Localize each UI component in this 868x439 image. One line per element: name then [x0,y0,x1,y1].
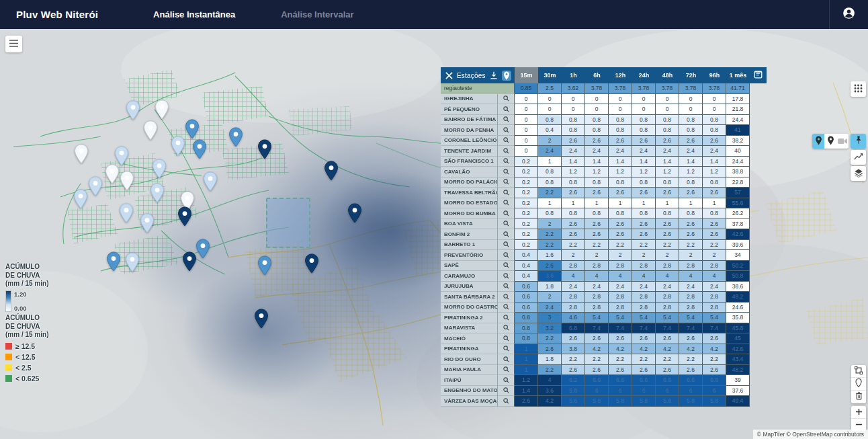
value-cell: 2.6 [632,365,656,376]
column-header-72h[interactable]: 72h [679,67,703,83]
map-pin[interactable] [140,213,155,233]
map-pin[interactable] [254,309,269,329]
station-zoom-button[interactable] [498,282,515,292]
station-zoom-button[interactable] [498,177,515,188]
station-zoom-button[interactable] [498,375,515,386]
table-title: Estações [457,72,486,79]
column-header-24h[interactable]: 24h [632,67,656,83]
column-header-30m[interactable]: 30m [538,67,562,83]
station-zoom-button[interactable] [498,104,515,115]
pin-table-button[interactable] [851,134,866,149]
map-pin[interactable] [152,159,167,179]
station-zoom-button[interactable] [498,208,515,219]
value-cell: 0.8 [679,208,703,219]
station-zoom-button[interactable] [498,240,515,251]
column-header-6h[interactable]: 6h [585,67,609,83]
value-cell: 21.8 [726,104,750,115]
value-cell: 2.6 [585,136,609,147]
download-icon[interactable] [490,71,498,79]
user-menu[interactable] [829,0,868,29]
map-pin[interactable] [304,253,319,274]
tab-analise-intervalar[interactable]: Análise Intervalar [281,9,353,19]
map-pin[interactable] [257,255,272,276]
column-header-12h[interactable]: 12h [609,67,632,83]
station-zoom-button[interactable] [498,333,515,344]
station-zoom-button[interactable] [498,219,515,230]
value-cell: 2.6 [656,136,679,147]
map-pin[interactable] [125,252,140,272]
station-zoom-button[interactable] [498,229,515,240]
show-pins-button[interactable] [812,134,824,149]
station-zoom-button[interactable] [498,157,515,167]
station-zoom-button[interactable] [498,250,515,261]
map-pin[interactable] [126,100,140,120]
map-pin[interactable] [324,161,339,181]
station-zoom-button[interactable] [498,136,515,147]
camera-mode-button[interactable] [836,134,849,149]
map-pin[interactable] [182,251,197,272]
value-cell: 2.6 [679,219,703,230]
map-pin[interactable] [177,206,192,227]
map-pin[interactable] [106,251,121,272]
map-pin[interactable] [196,239,210,259]
station-zoom-button[interactable] [498,167,515,177]
map-pin[interactable] [74,144,89,164]
map-pin[interactable] [105,164,120,184]
station-row: BAIRRO DE FÁTIMA00.80.80.80.80.80.80.80.… [441,115,767,126]
date-picker-button[interactable] [750,67,767,83]
apps-grid-button[interactable] [851,81,866,97]
map-pin[interactable] [119,203,134,223]
station-zoom-button[interactable] [498,125,515,136]
layers-button[interactable] [851,166,866,181]
map-pin[interactable] [185,119,200,139]
station-zoom-button[interactable] [498,271,515,282]
map-pin[interactable] [155,99,169,120]
column-header-1h[interactable]: 1h [562,67,585,83]
draw-polygon-button[interactable] [851,365,866,378]
close-table-button[interactable] [445,72,453,79]
station-zoom-button[interactable] [498,354,515,365]
column-header-96h[interactable]: 96h [703,67,726,83]
zoom-in-button[interactable] [851,406,866,419]
map-pin[interactable] [114,146,129,166]
value-cell: 50.8 [726,271,750,282]
chart-tool-button[interactable] [851,150,866,165]
map-pin[interactable] [347,203,362,223]
column-header-15m[interactable]: 15m [515,67,538,83]
map-pin[interactable] [171,136,185,156]
map-pin-view-toggle[interactable] [502,71,511,81]
draw-point-button[interactable] [851,378,866,391]
station-zoom-button[interactable] [498,365,515,376]
map-pin[interactable] [73,189,88,209]
station-zoom-button[interactable] [498,261,515,272]
region-selection-box[interactable] [266,198,310,248]
station-zoom-button[interactable] [498,94,515,105]
station-zoom-button[interactable] [498,344,515,355]
station-zoom-button[interactable] [498,146,515,157]
station-zoom-button[interactable] [498,323,515,334]
station-row: MARAVISTA0.83.26.87.47.47.47.47.47.445.8 [441,323,767,334]
station-zoom-button[interactable] [498,188,515,198]
map-pin[interactable] [228,127,243,147]
map-pin[interactable] [88,176,103,196]
column-header-48h[interactable]: 48h [656,67,679,83]
station-zoom-button[interactable] [498,303,515,313]
column-header-1 mês[interactable]: 1 mês [726,67,750,83]
map-canvas[interactable]: ACÚMULO DE CHUVA (mm / 15 min) 1.20 0.00… [0,29,868,439]
menu-button[interactable] [5,36,22,52]
tab-analise-instantanea[interactable]: Análise Instantânea [153,9,235,19]
station-zoom-button[interactable] [498,115,515,126]
station-zoom-button[interactable] [498,198,515,209]
map-pin[interactable] [203,171,218,192]
map-pin[interactable] [192,139,207,159]
station-zoom-button[interactable] [498,386,515,397]
map-pin[interactable] [120,171,134,191]
station-zoom-button[interactable] [498,313,515,323]
map-pin[interactable] [257,139,272,159]
pins-alt-button[interactable] [824,134,836,149]
station-zoom-button[interactable] [498,396,515,407]
station-zoom-button[interactable] [498,292,515,303]
map-pin[interactable] [150,183,165,203]
map-pin[interactable] [143,120,158,141]
delete-shape-button[interactable] [851,391,866,403]
